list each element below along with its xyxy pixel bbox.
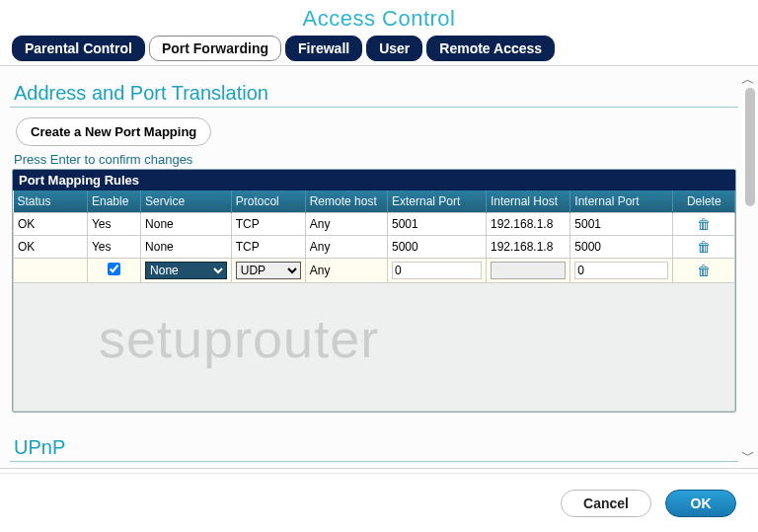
page-title: Access Control [0, 0, 758, 36]
table-empty-area [14, 283, 735, 412]
cell-status [14, 259, 88, 283]
trash-icon[interactable]: 🗑 [697, 216, 711, 232]
table-row-edit[interactable]: None UDP Any 🗑 [14, 259, 735, 283]
internal-host-input[interactable] [491, 262, 566, 279]
tab-remote-access[interactable]: Remote Access [426, 36, 555, 61]
col-internal-host: Internal Host [486, 190, 569, 213]
service-select[interactable]: None [145, 262, 227, 279]
external-port-input[interactable] [392, 262, 482, 279]
footer-bar: Cancel OK [0, 473, 758, 532]
trash-icon[interactable]: 🗑 [697, 263, 711, 278]
col-internal-port: Internal Port [570, 190, 673, 213]
table-header-row: Status Enable Service Protocol Remote ho… [14, 190, 735, 213]
col-external-port: External Port [388, 190, 487, 213]
cell-enable: Yes [87, 213, 140, 236]
cell-protocol: TCP [231, 213, 305, 236]
ok-button[interactable]: OK [665, 490, 736, 517]
tab-firewall[interactable]: Firewall [285, 36, 362, 61]
cell-service: None [141, 236, 232, 259]
cell-status: OK [14, 213, 88, 236]
col-delete: Delete [673, 190, 735, 213]
cell-internal-host: 192.168.1.8 [486, 236, 569, 259]
cell-service: None [141, 213, 232, 236]
scroll-thumb[interactable] [745, 88, 755, 206]
cell-internal-host: 192.168.1.8 [486, 213, 569, 236]
internal-port-input[interactable] [574, 262, 668, 279]
tab-parental-control[interactable]: Parental Control [12, 36, 145, 61]
cell-internal-port: 5000 [570, 236, 673, 259]
cell-remote-host: Any [305, 259, 387, 283]
content-area: ︿ ﹀ Address and Port Translation Create … [0, 65, 758, 469]
cell-enable: Yes [87, 236, 140, 259]
confirm-hint: Press Enter to confirm changes [10, 150, 738, 169]
col-service: Service [141, 190, 232, 213]
cell-status: OK [14, 236, 88, 259]
table-title: Port Mapping Rules [13, 170, 735, 190]
tab-user[interactable]: User [366, 36, 422, 61]
port-mapping-table: Port Mapping Rules Status Enable Service… [12, 169, 736, 413]
col-protocol: Protocol [231, 190, 305, 213]
table-row[interactable]: OK Yes None TCP Any 5001 192.168.1.8 500… [14, 213, 735, 236]
section-address-port-title: Address and Port Translation [10, 76, 738, 108]
enable-checkbox[interactable] [108, 263, 120, 275]
cell-internal-port: 5001 [570, 213, 673, 236]
cell-protocol: TCP [231, 236, 305, 259]
cell-external-port: 5001 [388, 213, 487, 236]
scroll-up-icon[interactable]: ︿ [741, 72, 755, 86]
cell-remote-host: Any [305, 213, 387, 236]
trash-icon[interactable]: 🗑 [697, 239, 711, 255]
scroll-down-icon[interactable]: ﹀ [741, 448, 755, 462]
table-row[interactable]: OK Yes None TCP Any 5000 192.168.1.8 500… [14, 236, 735, 259]
tab-bar: Parental Control Port Forwarding Firewal… [0, 36, 758, 65]
col-remote-host: Remote host [305, 190, 387, 213]
create-port-mapping-button[interactable]: Create a New Port Mapping [16, 117, 211, 146]
col-enable: Enable [87, 190, 140, 213]
cancel-button[interactable]: Cancel [561, 490, 651, 517]
cell-remote-host: Any [305, 236, 387, 259]
section-upnp-title: UPnP [10, 430, 738, 462]
col-status: Status [14, 190, 88, 213]
protocol-select[interactable]: UDP [236, 262, 301, 279]
tab-port-forwarding[interactable]: Port Forwarding [149, 36, 281, 61]
cell-external-port: 5000 [388, 236, 487, 259]
